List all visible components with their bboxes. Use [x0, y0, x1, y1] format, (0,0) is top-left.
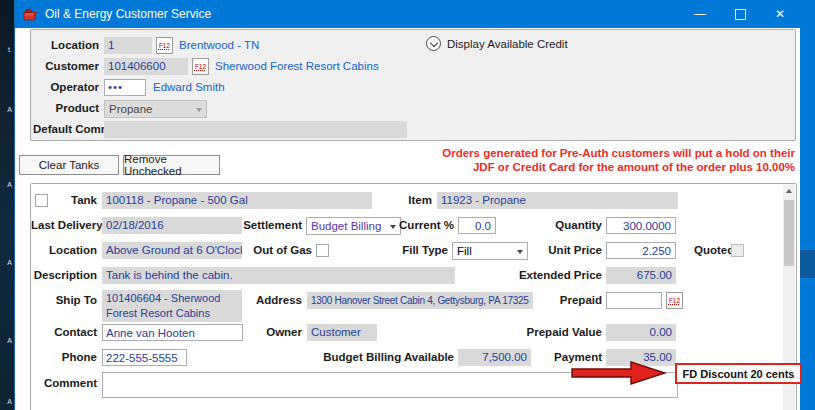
address-label: Address	[236, 292, 302, 309]
unit-price-label: Unit Price	[512, 242, 602, 259]
prepaid-label: Prepaid	[512, 292, 602, 309]
location-value-field: 1	[104, 37, 152, 54]
title-bar[interactable]: Oil & Energy Customer Service — ✕	[15, 0, 800, 28]
header-groupbox: Location 1 F12 Brentwood - TN Customer 1…	[30, 29, 796, 141]
product-dropdown[interactable]: Propane	[104, 100, 207, 118]
tank-location-field: Above Ground at 6 O'Clock	[102, 242, 242, 259]
out-of-gas-label: Out of Gas	[242, 242, 312, 259]
scroll-up-icon[interactable]	[786, 189, 792, 193]
contact-input[interactable]	[102, 324, 243, 341]
prepaid-value-field: 0.00	[606, 324, 676, 341]
extended-price-field: 675.00	[606, 267, 676, 284]
comment-label: Comment	[31, 375, 97, 392]
prepaid-lookup-button[interactable]: F12	[666, 292, 683, 309]
window-title: Oil & Energy Customer Service	[45, 7, 680, 21]
preauth-warning-text: Orders generated for Pre-Auth customers …	[442, 146, 795, 174]
prepaid-value-label: Prepaid Value	[512, 324, 602, 341]
maximize-button[interactable]	[720, 0, 760, 28]
current-pct-label: Current %	[388, 217, 454, 234]
remove-unchecked-button[interactable]: Remove Unchecked	[123, 155, 220, 175]
quoted-label: Quoted	[694, 242, 727, 259]
last-delivery-label: Last Delivery	[31, 217, 97, 234]
budget-billing-available-label: Budget Billing Available	[307, 349, 454, 366]
oil-can-icon	[23, 8, 38, 21]
customer-value-field: 101406600	[104, 58, 188, 75]
description-label: Description	[31, 267, 97, 284]
clear-tanks-button[interactable]: Clear Tanks	[19, 155, 119, 175]
chevron-down-icon	[196, 108, 202, 112]
display-available-credit-toggle[interactable]: Display Available Credit	[426, 36, 568, 51]
location-label: Location	[33, 37, 99, 54]
red-arrow-annotation	[571, 361, 667, 385]
unit-price-input[interactable]	[606, 242, 676, 259]
last-delivery-field: 02/18/2016	[102, 217, 242, 234]
desktop-text-fragment: A	[7, 106, 12, 113]
location-display-text: Brentwood - TN	[179, 37, 259, 54]
customer-display-text: Sherwood Forest Resort Cabins	[215, 58, 379, 75]
contact-label: Contact	[31, 324, 97, 341]
desktop-text-fragment: t.	[8, 46, 12, 53]
minimize-button[interactable]: —	[680, 0, 720, 28]
maximize-icon	[735, 9, 746, 20]
desktop-text-fragment: A	[7, 181, 12, 188]
quantity-label: Quantity	[512, 217, 602, 234]
item-field: 11923 - Propane	[437, 192, 678, 209]
quoted-checkbox[interactable]	[731, 244, 744, 257]
desktop-text-fragment: A	[7, 259, 12, 266]
tank-field: 100118 - Propane - 500 Gal	[102, 192, 372, 209]
fill-type-dropdown-value: Fill	[457, 245, 472, 257]
prepaid-input[interactable]	[606, 292, 662, 309]
operator-label: Operator	[33, 79, 99, 96]
screen: t. A A A A A Oil & Energy Customer Servi…	[0, 0, 815, 410]
address-field: 1300 Hanover Street Cabin 4, Gettysburg,…	[307, 292, 533, 309]
quantity-input[interactable]	[606, 217, 676, 234]
chevron-circle-icon	[426, 36, 441, 51]
location-lookup-button[interactable]: F12	[156, 37, 173, 54]
desktop-background-right	[800, 0, 815, 410]
tank-label: Tank	[31, 192, 97, 209]
owner-label: Owner	[236, 324, 302, 341]
ship-to-label: Ship To	[31, 292, 97, 309]
extended-price-label: Extended Price	[512, 267, 602, 284]
customer-lookup-button[interactable]: F12	[192, 58, 209, 75]
settlement-dropdown-value: Budget Billing	[311, 220, 381, 232]
desktop-text-fragment: A	[7, 337, 12, 344]
phone-label: Phone	[31, 349, 97, 366]
current-pct-input[interactable]	[458, 217, 496, 234]
fd-discount-annotation: FD Discount 20 cents	[675, 363, 802, 384]
item-label: Item	[386, 192, 432, 209]
operator-display-text: Edward Smith	[153, 79, 225, 96]
ship-to-field: 101406604 - Sherwood Forest Resort Cabin…	[102, 290, 242, 322]
scrollbar-thumb[interactable]	[784, 200, 794, 266]
default-comment-label: Default Comment	[33, 121, 99, 138]
display-available-credit-label: Display Available Credit	[447, 38, 568, 50]
phone-input[interactable]	[102, 349, 187, 366]
owner-field: Customer	[307, 324, 377, 341]
product-label: Product	[33, 100, 99, 117]
app-window: Oil & Energy Customer Service — ✕ Locati…	[14, 0, 800, 410]
customer-label: Customer	[33, 58, 99, 75]
product-dropdown-value: Propane	[109, 103, 152, 115]
desktop-background-left: t. A A A A A	[0, 0, 14, 410]
tank-location-label: Location	[31, 242, 97, 259]
settlement-dropdown[interactable]: Budget Billing	[306, 217, 401, 235]
close-button[interactable]: ✕	[760, 0, 800, 28]
out-of-gas-checkbox[interactable]	[316, 244, 329, 257]
description-field: Tank is behind the cabin.	[102, 267, 455, 284]
operator-input[interactable]: •••	[104, 79, 146, 96]
settlement-label: Settlement	[232, 217, 302, 234]
fill-type-label: Fill Type	[398, 242, 448, 259]
default-comment-field	[104, 121, 407, 138]
desktop-text-fragment: A	[7, 398, 12, 405]
